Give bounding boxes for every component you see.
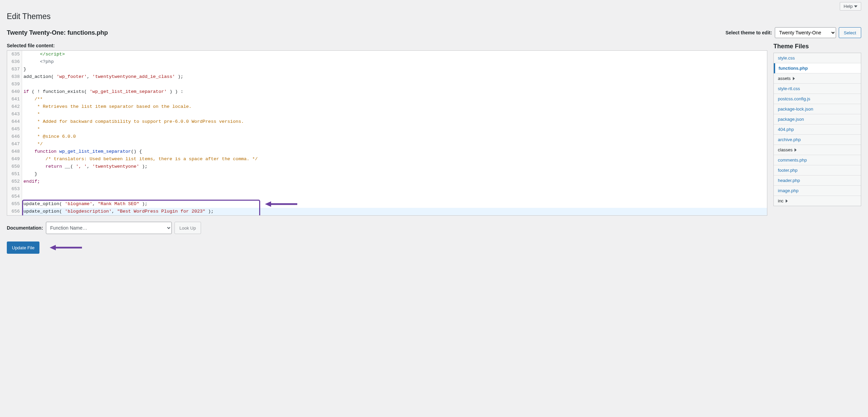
code-line[interactable]: 646 * @since 6.0.0: [7, 133, 767, 140]
code-content[interactable]: add_action( 'wp_footer', 'twentytwentyon…: [22, 73, 183, 81]
code-content[interactable]: <?php: [22, 58, 54, 66]
caret-right-icon: [785, 199, 788, 203]
code-content[interactable]: </script>: [22, 51, 65, 58]
code-content[interactable]: }: [22, 66, 26, 73]
page-title: Edit Themes: [7, 12, 861, 21]
current-file-title: Twenty Twenty-One: functions.php: [7, 29, 108, 36]
code-content[interactable]: if ( ! function_exists( 'wp_get_list_ite…: [22, 88, 183, 96]
code-line[interactable]: 651 }: [7, 170, 767, 178]
code-editor[interactable]: 635 </script>636 <?php637}638add_action(…: [7, 50, 767, 216]
line-number: 653: [7, 185, 22, 193]
code-content[interactable]: * Retrieves the list item separator base…: [22, 103, 191, 111]
code-line[interactable]: 649 /* translators: Used between list it…: [7, 155, 767, 163]
caret-down-icon: [854, 5, 857, 8]
line-number: 637: [7, 66, 22, 73]
code-line[interactable]: 656update_option( 'blogdescription', "Be…: [7, 208, 767, 215]
file-item[interactable]: footer.php: [774, 165, 861, 176]
file-item[interactable]: comments.php: [774, 155, 861, 165]
file-item[interactable]: postcss.config.js: [774, 94, 861, 104]
code-content[interactable]: /**: [22, 96, 43, 103]
folder-item[interactable]: assets: [774, 73, 861, 84]
code-line[interactable]: 644 * Added for backward compatibility t…: [7, 118, 767, 126]
code-content[interactable]: */: [22, 140, 43, 148]
code-line[interactable]: 641 /**: [7, 96, 767, 103]
line-number: 638: [7, 73, 22, 81]
code-content[interactable]: function wp_get_list_item_separator() {: [22, 148, 142, 155]
code-content[interactable]: /* translators: Used between list items,…: [22, 155, 258, 163]
code-line[interactable]: 636 <?php: [7, 58, 767, 66]
file-item[interactable]: package.json: [774, 114, 861, 124]
code-line[interactable]: 643 *: [7, 111, 767, 118]
code-content[interactable]: *: [22, 111, 40, 118]
code-content[interactable]: * @since 6.0.0: [22, 133, 76, 140]
code-content[interactable]: }: [22, 170, 37, 178]
file-item[interactable]: style.css: [774, 53, 861, 63]
line-number: 642: [7, 103, 22, 111]
file-item[interactable]: 404.php: [774, 124, 861, 135]
code-line[interactable]: 639: [7, 81, 767, 88]
file-item[interactable]: style-rtl.css: [774, 84, 861, 94]
code-line[interactable]: 647 */: [7, 140, 767, 148]
caret-right-icon: [794, 148, 797, 152]
line-number: 650: [7, 163, 22, 170]
line-number: 651: [7, 170, 22, 178]
folder-item[interactable]: classes: [774, 145, 861, 155]
help-button[interactable]: Help: [840, 2, 861, 11]
code-line[interactable]: 652endif;: [7, 178, 767, 185]
file-tree: style.cssfunctions.phpassets style-rtl.c…: [773, 53, 861, 206]
line-number: 640: [7, 88, 22, 96]
line-number: 635: [7, 51, 22, 58]
line-number: 636: [7, 58, 22, 66]
folder-item[interactable]: inc: [774, 196, 861, 206]
help-label: Help: [844, 4, 853, 9]
theme-files-heading: Theme Files: [773, 43, 861, 50]
select-theme-button[interactable]: Select: [839, 27, 861, 38]
code-line[interactable]: 635 </script>: [7, 51, 767, 58]
code-line[interactable]: 645 *: [7, 126, 767, 133]
code-content[interactable]: * Added for backward compatibility to su…: [22, 118, 244, 126]
line-number: 654: [7, 193, 22, 200]
code-line[interactable]: 640if ( ! function_exists( 'wp_get_list_…: [7, 88, 767, 96]
line-number: 655: [7, 200, 22, 208]
code-content[interactable]: update_option( 'blogname', "Rank Math SE…: [22, 200, 148, 208]
code-line[interactable]: 653: [7, 185, 767, 193]
selected-file-label: Selected file content:: [7, 43, 767, 48]
code-line[interactable]: 655update_option( 'blogname', "Rank Math…: [7, 200, 767, 208]
caret-right-icon: [792, 77, 796, 80]
svg-marker-3: [50, 245, 56, 250]
line-number: 644: [7, 118, 22, 126]
code-content[interactable]: endif;: [22, 178, 40, 185]
documentation-label: Documentation:: [7, 225, 43, 231]
select-theme-label: Select theme to edit:: [725, 30, 772, 35]
code-line[interactable]: 648 function wp_get_list_item_separator(…: [7, 148, 767, 155]
theme-select[interactable]: Twenty Twenty-One: [775, 27, 836, 38]
code-line[interactable]: 637}: [7, 66, 767, 73]
code-content[interactable]: update_option( 'blogdescription', "Best …: [22, 208, 214, 215]
line-number: 641: [7, 96, 22, 103]
documentation-select[interactable]: Function Name…: [46, 222, 172, 234]
line-number: 649: [7, 155, 22, 163]
file-item[interactable]: header.php: [774, 176, 861, 186]
code-content[interactable]: [22, 193, 26, 200]
file-item[interactable]: package-lock.json: [774, 104, 861, 114]
file-item[interactable]: functions.php: [774, 63, 861, 73]
code-content[interactable]: *: [22, 126, 40, 133]
code-line[interactable]: 642 * Retrieves the list item separator …: [7, 103, 767, 111]
code-content[interactable]: return __( ', ', 'twentytwentyone' );: [22, 163, 148, 170]
line-number: 643: [7, 111, 22, 118]
file-item[interactable]: archive.php: [774, 135, 861, 145]
line-number: 652: [7, 178, 22, 185]
code-line[interactable]: 654: [7, 193, 767, 200]
code-line[interactable]: 638add_action( 'wp_footer', 'twentytwent…: [7, 73, 767, 81]
code-content[interactable]: [22, 185, 26, 193]
code-content[interactable]: [22, 81, 26, 88]
line-number: 647: [7, 140, 22, 148]
line-number: 646: [7, 133, 22, 140]
code-line[interactable]: 650 return __( ', ', 'twentytwentyone' )…: [7, 163, 767, 170]
line-number: 656: [7, 208, 22, 215]
lookup-button[interactable]: Look Up: [174, 222, 201, 234]
line-number: 639: [7, 81, 22, 88]
update-file-button[interactable]: Update File: [7, 241, 39, 254]
line-number: 648: [7, 148, 22, 155]
file-item[interactable]: image.php: [774, 186, 861, 196]
